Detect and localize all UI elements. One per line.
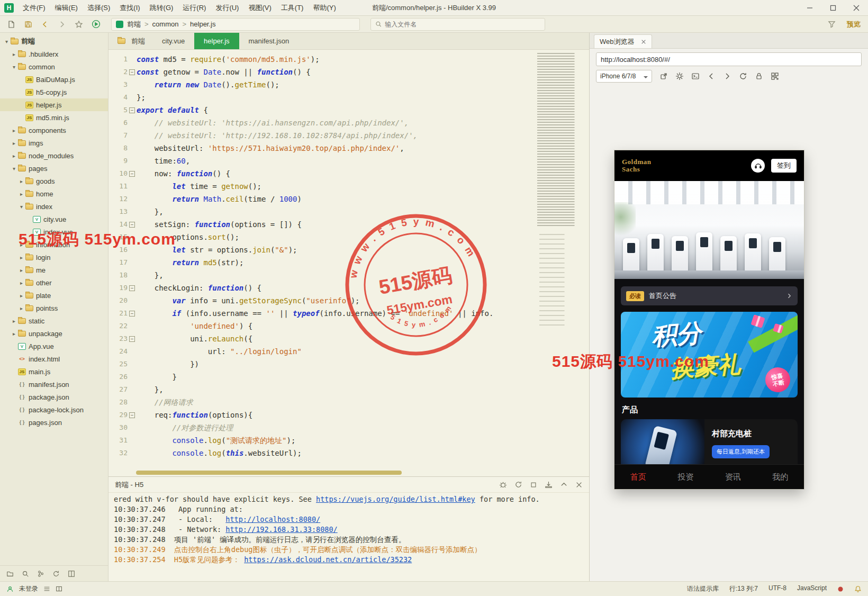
forward-icon[interactable] xyxy=(723,72,731,80)
collapse-icon[interactable] xyxy=(560,481,568,489)
close-button[interactable] xyxy=(845,0,868,16)
tree-item-components[interactable]: ▸components xyxy=(0,124,108,137)
code-line[interactable]: 30 //对参数进行处理 xyxy=(108,421,589,434)
line-number[interactable]: 3 xyxy=(108,78,128,91)
tree-item-plate[interactable]: ▸plate xyxy=(0,289,108,302)
bell-icon[interactable] xyxy=(854,585,862,593)
line-number[interactable]: 31 xyxy=(108,434,128,447)
menubar-item[interactable]: 运行(R) xyxy=(178,0,211,16)
menubar-item[interactable]: 查找(I) xyxy=(115,0,144,16)
bug-icon[interactable] xyxy=(499,481,507,489)
device-select[interactable]: iPhone 6/7/8 xyxy=(596,70,652,83)
menubar-item[interactable]: 帮助(Y) xyxy=(308,0,340,16)
tree-item-BaiDuMap.js[interactable]: JSBaiDuMap.js xyxy=(0,73,108,86)
tree-item-index.html[interactable]: <>index.html xyxy=(0,353,108,365)
console-link[interactable]: http://localhost:8080/ xyxy=(225,515,320,523)
menubar-item[interactable]: 跳转(G) xyxy=(145,0,178,16)
menubar-item[interactable]: 选择(S) xyxy=(83,0,115,16)
sync-icon[interactable] xyxy=(52,570,60,577)
code-line[interactable]: 9 time:60, xyxy=(108,155,589,167)
code-line[interactable]: 25 }) xyxy=(108,358,589,371)
code-line[interactable]: 8 websiteUrl: 'https://571.haiwaiym20.to… xyxy=(108,142,589,155)
line-number[interactable]: 21 xyxy=(108,307,128,320)
new-file-button[interactable] xyxy=(4,18,18,31)
stop-icon[interactable] xyxy=(530,481,537,489)
statusbar-item[interactable]: UTF-8 xyxy=(768,584,786,593)
line-number[interactable]: 18 xyxy=(108,269,128,282)
tree-item-other[interactable]: ▸other xyxy=(0,276,108,289)
tree-item-h5-copy.js[interactable]: JSh5-copy.js xyxy=(0,86,108,98)
line-number[interactable]: 25 xyxy=(108,358,128,371)
forward-button[interactable] xyxy=(55,18,69,31)
restart-icon[interactable] xyxy=(514,481,522,489)
code-line[interactable]: 31 console.log("测试请求的地址"); xyxy=(108,434,589,447)
phone-nav-首页[interactable]: 首页 xyxy=(614,465,662,489)
record-icon[interactable] xyxy=(837,586,844,592)
line-number[interactable]: 19 xyxy=(108,282,128,294)
console-link[interactable]: https://vuejs.org/guide/list.html#key xyxy=(316,495,475,503)
tree-item-unpackage[interactable]: ▸unpackage xyxy=(0,327,108,340)
code-line[interactable]: 1const md5 = require('common/md5.min.js'… xyxy=(108,53,589,66)
url-input[interactable] xyxy=(596,52,862,66)
breadcrumb-item[interactable]: helper.js xyxy=(190,20,215,28)
fold-icon[interactable] xyxy=(128,66,137,78)
tree-item-main.js[interactable]: JSmain.js xyxy=(0,365,108,378)
code-line[interactable]: 6 // websiteUrl: 'https://ai.hansengzn.c… xyxy=(108,116,589,129)
tree-item-home[interactable]: ▸home xyxy=(0,187,108,200)
menubar-item[interactable]: 文件(F) xyxy=(18,0,50,16)
line-number[interactable]: 13 xyxy=(108,205,128,218)
hero-image[interactable] xyxy=(614,181,804,279)
line-number[interactable]: 23 xyxy=(108,332,128,345)
console-link[interactable]: https://ask.dcloud.net.cn/article/35232 xyxy=(244,555,412,564)
tree-item-package.json[interactable]: { }package.json xyxy=(0,391,108,403)
search-input[interactable] xyxy=(385,21,540,28)
line-number[interactable]: 10 xyxy=(108,167,128,180)
line-number[interactable]: 6 xyxy=(108,116,128,129)
editor-tab-city.vue[interactable]: city.vue xyxy=(152,33,194,49)
console-tab[interactable]: 前端 - H5 xyxy=(115,480,143,490)
editor-tab-helper.js[interactable]: helper.js xyxy=(194,33,239,49)
code-line[interactable]: 32 console.log(this.websiteUrl); xyxy=(108,447,589,459)
fold-icon[interactable] xyxy=(128,167,137,180)
tree-item-manifest.json[interactable]: { }manifest.json xyxy=(0,378,108,391)
line-number[interactable]: 9 xyxy=(108,155,128,167)
tree-item-static[interactable]: ▸static xyxy=(0,314,108,327)
close-icon[interactable] xyxy=(575,481,583,489)
refresh-icon[interactable] xyxy=(739,72,747,80)
menubar-item[interactable]: 视图(V) xyxy=(243,0,276,16)
back-icon[interactable] xyxy=(707,72,716,80)
code-line[interactable]: 26 } xyxy=(108,371,589,383)
split-view-icon[interactable] xyxy=(56,585,62,592)
code-line[interactable]: 27 }, xyxy=(108,383,589,396)
phone-nav-资讯[interactable]: 资讯 xyxy=(709,465,757,489)
code-line[interactable]: 28 //网络请求 xyxy=(108,396,589,409)
maximize-button[interactable] xyxy=(821,0,845,16)
signin-button[interactable]: 签到 xyxy=(771,159,797,173)
fold-icon[interactable] xyxy=(128,332,137,345)
line-number[interactable]: 11 xyxy=(108,180,128,193)
line-number[interactable]: 8 xyxy=(108,142,128,155)
project-tab[interactable]: 前端 xyxy=(110,33,152,49)
line-number[interactable]: 1 xyxy=(108,53,128,66)
line-number[interactable]: 2 xyxy=(108,66,128,78)
code-line[interactable]: 12 return Math.ceil(time / 1000) xyxy=(108,193,589,205)
lock-icon[interactable] xyxy=(755,72,763,80)
line-number[interactable]: 26 xyxy=(108,371,128,383)
service-icon[interactable] xyxy=(751,159,765,173)
close-icon[interactable] xyxy=(641,39,646,44)
line-number[interactable]: 12 xyxy=(108,193,128,205)
tree-item-package-lock.json[interactable]: { }package-lock.json xyxy=(0,403,108,416)
fold-icon[interactable] xyxy=(128,282,137,294)
tree-item-.hbuilderx[interactable]: ▸.hbuilderx xyxy=(0,48,108,60)
minimap[interactable] xyxy=(537,53,581,349)
line-number[interactable]: 17 xyxy=(108,256,128,269)
filter-button[interactable] xyxy=(825,18,838,31)
tree-item-helper.js[interactable]: JShelper.js xyxy=(0,98,108,111)
save-button[interactable] xyxy=(21,18,35,31)
line-number[interactable]: 4 xyxy=(108,91,128,104)
run-button[interactable] xyxy=(89,18,103,31)
find-icon[interactable] xyxy=(22,570,29,577)
tree-item-me[interactable]: ▸me xyxy=(0,264,108,276)
fold-icon[interactable] xyxy=(128,409,137,421)
open-external-icon[interactable] xyxy=(659,72,668,80)
